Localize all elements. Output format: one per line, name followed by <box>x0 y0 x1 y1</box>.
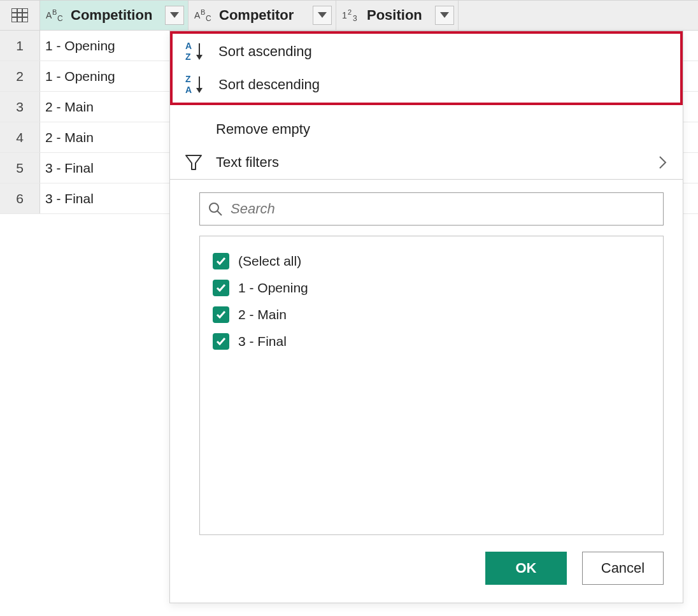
svg-point-26 <box>210 203 218 212</box>
chevron-down-icon <box>440 12 449 18</box>
cell-competition[interactable]: 3 - Final <box>40 153 189 183</box>
row-number[interactable]: 3 <box>0 92 40 122</box>
column-name: Competitor <box>219 7 309 24</box>
filter-value-label: (Select all) <box>238 254 301 269</box>
svg-marker-8 <box>170 12 179 18</box>
filter-value-item[interactable]: 1 - Opening <box>209 275 654 301</box>
filter-value-label: 1 - Opening <box>238 280 308 296</box>
svg-marker-16 <box>440 12 449 18</box>
checkbox-checked-icon <box>213 333 229 350</box>
sort-descending-item[interactable]: Z A Sort descending <box>173 68 680 101</box>
column-filter-dropdown: A Z Sort ascending Z A <box>169 31 683 603</box>
menu-item-label: Sort descending <box>218 76 671 93</box>
svg-text:A: A <box>185 41 192 51</box>
number-type-icon: 1 2 3 <box>341 6 363 25</box>
remove-empty-item[interactable]: Remove empty <box>170 113 683 146</box>
search-box[interactable] <box>199 192 664 226</box>
search-section <box>170 180 683 236</box>
svg-marker-12 <box>318 12 327 18</box>
cell-competition[interactable]: 1 - Opening <box>40 31 189 61</box>
column-header-row: A B C Competition A B C Competitor <box>0 0 698 31</box>
sort-ascending-item[interactable]: A Z Sort ascending <box>173 35 680 68</box>
filter-value-item[interactable]: (Select all) <box>209 248 654 275</box>
dialog-buttons: OK Cancel <box>170 535 683 603</box>
svg-text:A: A <box>46 10 52 20</box>
svg-marker-20 <box>196 55 203 60</box>
button-label: OK <box>516 560 537 577</box>
sort-descending-icon: Z A <box>184 74 208 96</box>
row-number[interactable]: 1 <box>0 31 40 61</box>
chevron-down-icon <box>170 12 179 18</box>
row-number[interactable]: 4 <box>0 122 40 152</box>
svg-text:3: 3 <box>353 14 357 23</box>
button-label: Cancel <box>601 560 645 577</box>
cell-competition[interactable]: 1 - Opening <box>40 61 189 91</box>
text-filters-item[interactable]: Text filters <box>170 146 683 179</box>
menu-item-label: Text filters <box>216 154 648 171</box>
svg-marker-25 <box>186 155 201 169</box>
svg-text:Z: Z <box>185 74 191 84</box>
table-icon <box>11 8 28 22</box>
checkbox-checked-icon <box>213 306 229 323</box>
select-all-corner[interactable] <box>0 1 40 30</box>
svg-text:Z: Z <box>185 52 191 62</box>
svg-text:1: 1 <box>342 10 347 20</box>
search-input[interactable] <box>229 200 655 218</box>
filter-value-item[interactable]: 3 - Final <box>209 328 654 355</box>
svg-line-27 <box>217 211 222 215</box>
cell-competition[interactable]: 2 - Main <box>40 122 189 152</box>
sort-ascending-icon: A Z <box>184 41 208 62</box>
svg-text:2: 2 <box>348 8 352 16</box>
column-name: Competition <box>71 7 161 24</box>
cancel-button[interactable]: Cancel <box>582 552 664 585</box>
svg-text:C: C <box>57 14 63 23</box>
svg-text:B: B <box>52 8 57 16</box>
checkbox-checked-icon <box>213 253 229 269</box>
svg-text:C: C <box>206 14 211 23</box>
text-type-icon: A B C <box>194 6 215 25</box>
row-number[interactable]: 6 <box>0 183 40 213</box>
svg-rect-0 <box>11 8 28 22</box>
filter-value-label: 2 - Main <box>238 307 287 322</box>
filter-values-list: (Select all)1 - Opening2 - Main3 - Final <box>199 236 664 535</box>
cell-competition[interactable]: 3 - Final <box>40 183 189 213</box>
filter-dropdown-button[interactable] <box>313 6 332 25</box>
text-type-icon: A B C <box>45 6 67 25</box>
svg-text:A: A <box>185 85 192 95</box>
chevron-right-icon <box>659 155 674 169</box>
row-number[interactable]: 2 <box>0 61 40 91</box>
filter-dropdown-button[interactable] <box>435 6 454 25</box>
filter-value-item[interactable]: 2 - Main <box>209 301 654 328</box>
column-header-competitor[interactable]: A B C Competitor <box>189 1 336 30</box>
svg-text:B: B <box>201 8 205 16</box>
column-header-competition[interactable]: A B C Competition <box>40 1 189 30</box>
ok-button[interactable]: OK <box>485 552 567 585</box>
column-header-position[interactable]: 1 2 3 Position <box>336 1 459 30</box>
search-icon <box>208 201 223 217</box>
row-number[interactable]: 5 <box>0 153 40 183</box>
svg-marker-24 <box>196 88 203 93</box>
svg-text:A: A <box>194 10 201 20</box>
cell-competition[interactable]: 2 - Main <box>40 92 189 122</box>
column-name: Position <box>367 7 431 24</box>
filter-dropdown-button[interactable] <box>165 6 184 25</box>
data-grid: A B C Competition A B C Competitor <box>0 0 698 214</box>
menu-item-label: Remove empty <box>216 121 674 138</box>
funnel-icon <box>182 153 206 172</box>
checkbox-checked-icon <box>213 280 229 296</box>
chevron-down-icon <box>318 12 327 18</box>
filter-value-label: 3 - Final <box>238 334 287 349</box>
highlight-annotation: A Z Sort ascending Z A <box>170 31 683 105</box>
menu-item-label: Sort ascending <box>218 43 671 60</box>
